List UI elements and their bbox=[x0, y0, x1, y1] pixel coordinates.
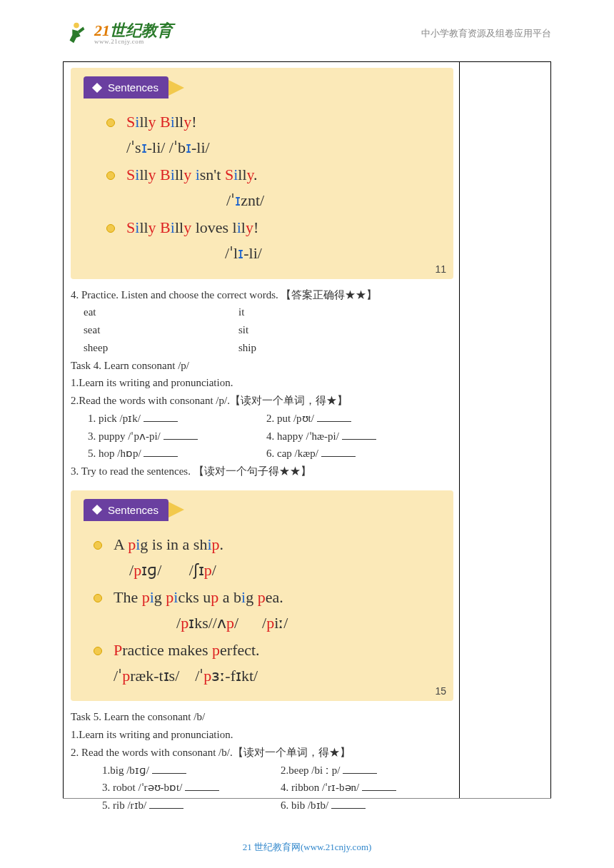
task5-words: 1.big /bɪɡ/ 2.beep /bi ː p/ 3. robot /ˈr… bbox=[71, 762, 453, 814]
card2-num: 15 bbox=[435, 685, 446, 697]
blank-input[interactable] bbox=[185, 781, 219, 791]
task4-line1: 1.Learn its writing and pronunciation. bbox=[71, 374, 453, 392]
card1-body: Silly Billy! /ˈsɪ-li/ /ˈbɪ-li/ Silly Bil… bbox=[71, 110, 453, 273]
blank-input[interactable] bbox=[149, 799, 183, 809]
blank-input[interactable] bbox=[342, 430, 376, 440]
blank-input[interactable] bbox=[321, 447, 356, 457]
diamond-icon bbox=[92, 82, 102, 92]
task4-block: Task 4. Learn consonant /p/ 1.Learn its … bbox=[71, 357, 453, 480]
blank-input[interactable] bbox=[317, 412, 351, 422]
card1-line3: Silly Billy loves lily! bbox=[126, 216, 433, 240]
content-frame: Sentences Silly Billy! /ˈsɪ-li/ /ˈbɪ-li/… bbox=[63, 61, 551, 798]
logo: 21世纪教育 www.21cnjy.com bbox=[63, 20, 173, 47]
card1-ipa3: /ˈlɪ-li/ bbox=[126, 241, 433, 266]
practice4-row1: eat it bbox=[71, 303, 453, 321]
task5-row3: 5. rib /rɪb/ 6. bib /bɪb/ bbox=[102, 797, 453, 814]
footer-text: 21 世纪教育网(www.21cnjy.com) bbox=[0, 841, 614, 854]
side-column bbox=[460, 62, 550, 798]
task5-line1: 1.Learn its writing and pronunciation. bbox=[71, 726, 453, 744]
practice4-title: 4. Practice. Listen and choose the corre… bbox=[71, 286, 453, 304]
sentences-card-2: Sentences A pig is in a ship. /pɪɡ/ /ʃɪp… bbox=[71, 490, 453, 702]
task4-line2: 2.Read the words with consonant /p/.【读对一… bbox=[71, 392, 453, 410]
card2-line1: A pig is in a ship. bbox=[114, 533, 433, 557]
blank-input[interactable] bbox=[163, 430, 198, 440]
blank-input[interactable] bbox=[343, 764, 377, 774]
diamond-icon bbox=[92, 505, 102, 515]
sentences-card-1: Sentences Silly Billy! /ˈsɪ-li/ /ˈbɪ-li/… bbox=[71, 68, 453, 279]
card1-line2: Silly Billy isn't Silly. bbox=[126, 163, 433, 187]
header-right-text: 中小学教育资源及组卷应用平台 bbox=[421, 27, 551, 40]
blank-input[interactable] bbox=[362, 781, 396, 791]
sentences-tab: Sentences bbox=[84, 499, 168, 521]
card2-ipa2: /pɪks//ʌp/ /piː/ bbox=[114, 611, 433, 635]
task5-line2: 2. Read the words with consonant /b/.【读对… bbox=[71, 744, 453, 762]
practice4-block: 4. Practice. Listen and choose the corre… bbox=[71, 286, 453, 357]
page-header: 21世纪教育 www.21cnjy.com 中小学教育资源及组卷应用平台 bbox=[0, 0, 614, 54]
task4-words: 1. pick /pɪk/ 2. put /pʊt/ 3. puppy /ˈpʌ… bbox=[71, 410, 453, 463]
card1-num: 11 bbox=[435, 263, 446, 275]
sentences-tab: Sentences bbox=[84, 76, 168, 99]
card1-ipa2: /ˈɪznt/ bbox=[126, 188, 433, 213]
tab-label: Sentences bbox=[108, 504, 158, 516]
card2-line3: Practice makes perfect. bbox=[114, 638, 433, 662]
practice4-row3: sheep ship bbox=[71, 339, 453, 357]
card1-line1: Silly Billy! bbox=[126, 110, 433, 134]
card2-ipa3: /ˈpræk-tɪs/ /ˈpɜː-fɪkt/ bbox=[114, 664, 433, 688]
logo-sub: www.21cnjy.com bbox=[94, 39, 173, 45]
main-column: Sentences Silly Billy! /ˈsɪ-li/ /ˈbɪ-li/… bbox=[64, 62, 460, 798]
logo-main: 21世纪教育 bbox=[94, 23, 173, 39]
task4-row1: 1. pick /pɪk/ 2. put /pʊt/ bbox=[88, 410, 453, 428]
tab-label: Sentences bbox=[108, 81, 158, 94]
card2-ipa1: /pɪɡ/ /ʃɪp/ bbox=[114, 558, 433, 582]
task5-row1: 1.big /bɪɡ/ 2.beep /bi ː p/ bbox=[102, 762, 453, 779]
blank-input[interactable] bbox=[144, 412, 178, 422]
task4-line3: 3. Try to read the sentences. 【读对一个句子得★★… bbox=[71, 463, 453, 480]
= bbox=[152, 764, 186, 774]
task4-title: Task 4. Learn consonant /p/ bbox=[71, 357, 453, 375]
task4-row2: 3. puppy /ˈpʌ-pi/ 4. happy /ˈhæ-pi/ bbox=[88, 428, 453, 445]
task5-row2: 3. robot /ˈrəʊ-bɒt/ 4. ribbon /ˈrɪ-bən/ bbox=[102, 779, 453, 797]
practice4-row2: seat sit bbox=[71, 321, 453, 339]
task5-block: Task 5. Learn the consonant /b/ 1.Learn … bbox=[71, 708, 453, 814]
card2-body: A pig is in a ship. /pɪɡ/ /ʃɪp/ The pig … bbox=[71, 533, 453, 696]
svg-point-0 bbox=[74, 23, 79, 29]
blank-input[interactable] bbox=[144, 447, 178, 457]
task5-title: Task 5. Learn the consonant /b/ bbox=[71, 708, 453, 726]
logo-text: 21世纪教育 www.21cnjy.com bbox=[94, 23, 173, 45]
card1-ipa1: /ˈsɪ-li/ /ˈbɪ-li/ bbox=[126, 136, 433, 160]
card2-line2: The pig picks up a big pea. bbox=[114, 585, 433, 610]
blank-input[interactable] bbox=[331, 799, 366, 809]
runner-icon bbox=[63, 20, 90, 47]
task4-row3: 5. hop /hɒp/ 6. cap /kæp/ bbox=[88, 445, 453, 463]
